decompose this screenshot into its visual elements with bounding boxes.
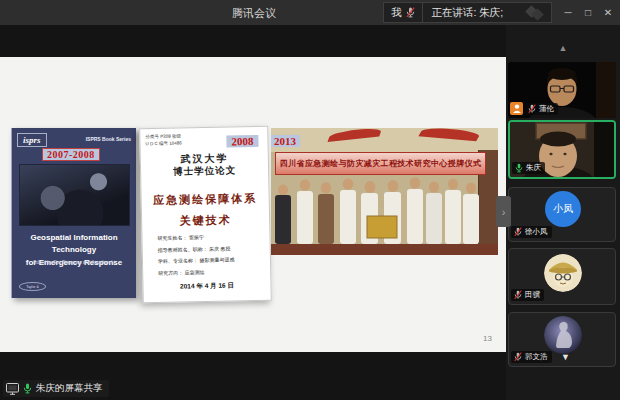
person-figure: [297, 179, 313, 244]
scroll-down-arrow[interactable]: ▼: [561, 352, 570, 362]
participant-tile-xuxiaofeng[interactable]: 小凤 徐小凤: [508, 187, 616, 242]
thesis-info-line: 研究方向： 应急测绘: [158, 266, 235, 279]
person-figure: [275, 185, 291, 245]
person-figure: [318, 182, 334, 244]
participant-name-chip: 徐小凤: [511, 226, 552, 238]
year-badge-2008: 2008: [226, 135, 258, 148]
participants-sidebar: ▲: [506, 25, 620, 400]
book-editors: Edited by Sisi Zlatanova and Jonathan Li: [15, 260, 133, 265]
participant-tile-guowenhao[interactable]: 郭文浩 ▼: [508, 312, 616, 367]
person-figure: [463, 182, 479, 244]
speaking-label: 正在讲话: 朱庆;: [432, 6, 504, 20]
person-figure: [407, 177, 423, 244]
me-label: 我: [391, 6, 402, 20]
participant-name: 田骥: [525, 290, 540, 300]
book-series-label: ISPRS Book Series: [86, 136, 131, 142]
golden-plaque: [367, 216, 397, 238]
muted-mic-icon: [514, 290, 522, 300]
person-figure: [340, 178, 356, 244]
participant-tile-pulun[interactable]: 蒲伦: [508, 62, 616, 118]
thesis-info-line: 学科、专业名称： 摄影测量与遥感: [158, 254, 235, 267]
app-title: 腾讯会议: [232, 6, 276, 21]
avatar: [544, 316, 582, 354]
titlebar: 腾讯会议 我 正在讲话: 朱庆; ─ □ ✕: [0, 0, 620, 25]
participant-name: 郭文浩: [525, 352, 548, 362]
thesis-info: 研究生姓名： 雷振宁 指导教师姓名、职称： 朱庆 教授 学科、专业名称： 摄影测…: [157, 231, 234, 279]
group-photo-people: [271, 172, 498, 244]
meeting-window: 腾讯会议 我 正在讲话: 朱庆; ─ □ ✕: [0, 0, 620, 400]
window-controls: ─ □ ✕: [558, 0, 618, 25]
muted-mic-icon: [406, 7, 415, 18]
scroll-up-arrow[interactable]: ▲: [506, 43, 620, 53]
person-figure: [426, 181, 442, 244]
participant-name: 蒲伦: [539, 104, 554, 114]
participant-name: 徐小凤: [525, 227, 548, 237]
participant-tile-tianji[interactable]: 田骥: [508, 248, 616, 305]
thesis-cover: 分类号 P208 密级 U D C 编号 10486 2008 武汉大学 博士学…: [139, 126, 272, 304]
photo-floor: [271, 244, 498, 255]
screen-share-icon: [6, 383, 19, 395]
ceremony-photo: 四川省应急测绘与防灾减灾工程技术研究中心授牌仪式 2013: [271, 128, 498, 255]
my-mic-status[interactable]: 我: [384, 3, 423, 22]
participant-name-chip: 郭文浩: [511, 351, 552, 363]
muted-mic-icon: [514, 352, 522, 362]
thesis-title: 应急测绘保障体系 关键技术: [141, 188, 269, 232]
muted-mic-icon: [528, 104, 536, 114]
active-speaker-status: 正在讲话: 朱庆;: [423, 6, 552, 20]
book-cover: isprs ISPRS Book Series 2007-2008 Geospa…: [11, 128, 136, 298]
participant-name: 朱庆: [526, 163, 541, 173]
host-icon: [510, 102, 523, 115]
thesis-doc-type: 博士学位论文: [141, 164, 268, 180]
isprs-logo: isprs: [17, 133, 47, 147]
shared-screen-slide: isprs ISPRS Book Series 2007-2008 Geospa…: [0, 57, 506, 352]
active-mic-icon: [23, 383, 32, 394]
screen-share-status: 朱庆的屏幕共享: [3, 380, 109, 397]
close-button[interactable]: ✕: [598, 7, 618, 18]
minimize-button[interactable]: ─: [558, 7, 578, 18]
maximize-button[interactable]: □: [578, 7, 598, 18]
speaking-indicator-box: 我 正在讲话: 朱庆;: [383, 2, 552, 23]
avatar: 小凤: [545, 191, 581, 227]
thesis-header: 分类号 P208 密级 U D C 编号 10486: [145, 132, 182, 147]
thesis-date: 2014 年 4 月 16 日: [143, 281, 270, 293]
meeting-logo-watermark-icon: [527, 7, 542, 19]
year-badge-2007-2008: 2007-2008: [42, 148, 100, 161]
participant-tile-zhuqing[interactable]: 朱庆: [508, 120, 616, 179]
participant-name-chip: 田骥: [511, 289, 544, 301]
participant-name-chip: 蒲伦: [525, 103, 558, 115]
book-cover-photo: [19, 164, 130, 226]
person-figure: [445, 178, 461, 244]
sidebar-collapse-button[interactable]: ›: [496, 196, 511, 227]
slide-page-number: 13: [483, 334, 492, 343]
avatar: [544, 254, 582, 292]
publisher-logo: Taylor & Francis: [19, 282, 46, 291]
year-badge-2013: 2013: [271, 135, 300, 147]
share-status-label: 朱庆的屏幕共享: [36, 382, 103, 395]
muted-mic-icon: [514, 227, 522, 237]
active-mic-icon: [515, 163, 523, 173]
participant-name-chip: 朱庆: [512, 162, 545, 174]
photo-ceiling: [271, 128, 498, 152]
